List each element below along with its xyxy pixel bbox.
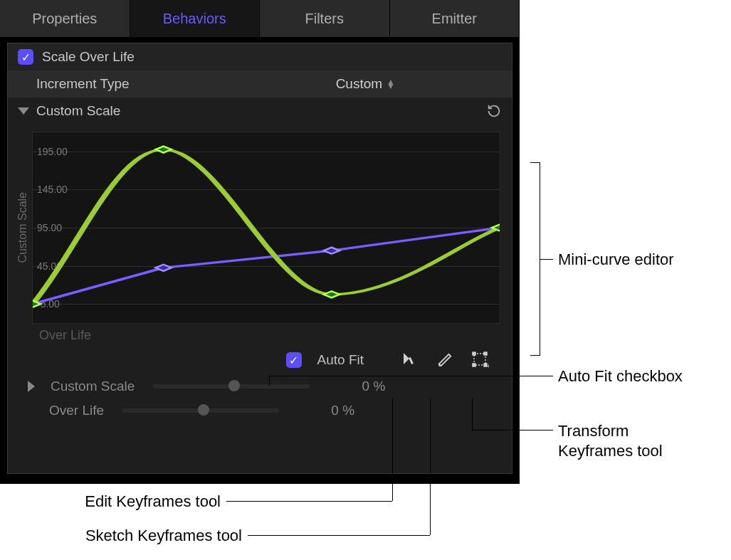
transform-keyframes-tool[interactable]: + [470,350,490,370]
auto-fit-label: Auto Fit [317,352,364,368]
svg-rect-5 [324,248,340,254]
callout-sketch: Sketch Keyframes tool [85,527,242,545]
behavior-name: Scale Over Life [42,49,135,65]
callout-mini-curve: Mini-curve editor [558,250,674,269]
svg-rect-2 [324,291,340,297]
svg-rect-3 [492,224,500,231]
curve-toolbar: ✓ Auto Fit [8,343,512,374]
curve-y-axis-label: Custom Scale [14,192,32,263]
disclosure-triangle-icon[interactable] [28,381,35,392]
param-custom-scale: Custom Scale 0 % [8,374,512,398]
keyframes-svg [33,132,500,323]
callout-bracket [530,162,540,356]
param-value[interactable]: 0 % [328,379,385,394]
auto-fit-check-icon: ✓ [286,352,302,368]
edit-keyframes-tool[interactable] [399,350,419,370]
callout-lead [248,535,430,536]
increment-type-value: Custom [336,76,382,92]
svg-rect-4 [156,265,172,271]
svg-rect-10 [473,364,475,366]
param-over-life: Over Life 0 % [8,398,512,423]
callout-lead [540,259,553,260]
svg-rect-1 [156,147,172,153]
behavior-enable-checkbox[interactable]: ✓ [18,49,33,65]
svg-rect-6 [409,357,414,364]
increment-type-row: Increment Type Custom ▲▼ [8,70,512,97]
param-slider[interactable] [122,408,279,413]
increment-type-popup[interactable]: Custom ▲▼ [336,76,395,92]
svg-rect-8 [473,352,475,355]
disclosure-triangle-icon[interactable] [18,107,29,115]
auto-fit-checkbox[interactable]: ✓ Auto Fit [286,352,364,368]
tab-properties[interactable]: Properties [0,0,130,37]
tab-filters[interactable]: Filters [260,0,390,37]
param-value[interactable]: 0 % [298,403,354,418]
param-slider[interactable] [153,384,310,389]
param-label: Custom Scale [51,379,135,394]
callout-lead [472,398,473,430]
callout-lead [269,376,270,386]
updown-arrows-icon: ▲▼ [386,80,395,88]
tab-emitter[interactable]: Emitter [390,0,520,37]
reset-icon[interactable] [486,103,502,119]
custom-scale-section: Custom Scale [8,97,512,125]
mini-curve-editor[interactable]: Custom Scale 195.00 145.00 95.00 45.00 -… [8,125,512,324]
callout-lead [472,430,553,430]
curve-x-axis-label: Over Life [8,324,512,343]
callout-transform: Transform Keyframes tool [558,421,700,460]
callout-lead [269,376,553,376]
tab-behaviors[interactable]: Behaviors [130,0,261,37]
behavior-header: ✓ Scale Over Life [8,43,512,70]
svg-text:+: + [487,362,489,369]
sketch-keyframes-tool[interactable] [435,350,455,370]
callout-lead [392,398,393,501]
callout-auto-fit: Auto Fit checkbox [558,367,683,386]
svg-rect-9 [484,352,487,355]
callout-lead [430,398,431,535]
param-label: Over Life [49,403,104,418]
custom-scale-label: Custom Scale [36,103,120,119]
inspector-panel: Properties Behaviors Filters Emitter ✓ S… [0,0,520,484]
tab-bar: Properties Behaviors Filters Emitter [0,0,520,37]
increment-type-label: Increment Type [36,76,130,92]
svg-rect-0 [33,301,41,307]
callout-edit: Edit Keyframes tool [85,492,221,511]
callout-lead [226,501,392,502]
inspector-body: ✓ Scale Over Life Increment Type Custom … [7,43,512,474]
curve-canvas[interactable]: 195.00 145.00 95.00 45.00 -5.00 [32,132,500,324]
